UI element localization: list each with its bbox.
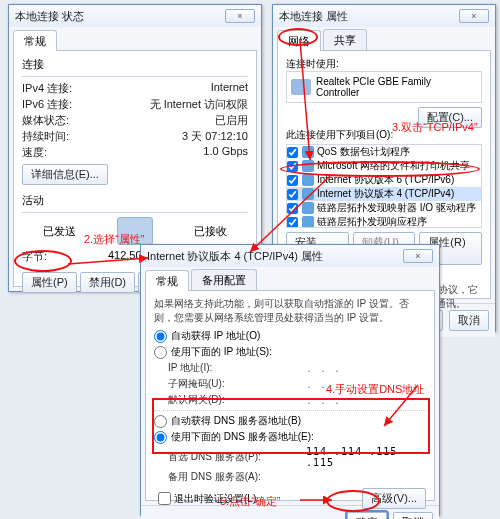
dur-value: 3 天 07:12:10 xyxy=(102,129,248,144)
adapter-name: Realtek PCIe GBE Family Controller xyxy=(316,76,477,98)
dns2-label: 备用 DNS 服务器(A): xyxy=(154,470,306,484)
auto-ip-label: 自动获得 IP 地址(O) xyxy=(171,329,260,343)
conn-title: 本地连接 属性 xyxy=(279,9,348,24)
manual-dns-label: 使用下面的 DNS 服务器地址(E): xyxy=(171,430,314,444)
dns1-label: 首选 DNS 服务器(P): xyxy=(154,450,306,464)
manual-ip-radio[interactable] xyxy=(154,346,167,359)
ipv4-cancel-button[interactable]: 取消 xyxy=(393,512,433,519)
protocol-icon xyxy=(302,160,314,172)
tab-general[interactable]: 常规 xyxy=(145,270,189,291)
list-item[interactable]: QoS 数据包计划程序 xyxy=(287,145,481,159)
list-item[interactable]: Microsoft 网络的文件和打印机共享 xyxy=(287,159,481,173)
protocol-icon xyxy=(302,188,314,200)
protocol-icon xyxy=(302,202,314,214)
checkbox[interactable] xyxy=(287,203,298,214)
recv-label: 已接收 xyxy=(194,224,227,239)
dns1-value[interactable]: 114 .114 .115 .115 xyxy=(306,446,426,468)
protocol-list: QoS 数据包计划程序 Microsoft 网络的文件和打印机共享 Intern… xyxy=(286,144,482,228)
validate-checkbox[interactable] xyxy=(158,492,171,505)
ipv4-title: Internet 协议版本 4 (TCP/IPv4) 属性 xyxy=(147,249,323,264)
close-icon[interactable]: × xyxy=(459,9,489,23)
ipv4-titlebar: Internet 协议版本 4 (TCP/IPv4) 属性 × xyxy=(141,245,439,267)
tab-sharing[interactable]: 共享 xyxy=(323,29,367,50)
ipv6-label: IPv6 连接: xyxy=(22,97,102,112)
list-item[interactable]: 链路层拓扑发现响应程序 xyxy=(287,215,481,228)
cancel-button[interactable]: 取消 xyxy=(449,310,489,331)
validate-label: 退出时验证设置(L) xyxy=(174,492,256,506)
sent-label: 已发送 xyxy=(43,224,76,239)
activity-heading: 活动 xyxy=(22,193,248,208)
properties-button[interactable]: 属性(P) xyxy=(22,272,77,293)
checkbox[interactable] xyxy=(287,217,298,228)
speed-label: 速度: xyxy=(22,145,102,160)
list-item-tcpipv4[interactable]: Internet 协议版本 4 (TCP/IPv4) xyxy=(287,187,481,201)
items-label: 此连接使用下列项目(O): xyxy=(286,128,482,142)
manual-ip-label: 使用下面的 IP 地址(S): xyxy=(171,345,272,359)
manual-dns-radio[interactable] xyxy=(154,431,167,444)
checkbox[interactable] xyxy=(287,189,298,200)
protocol-icon xyxy=(302,216,314,228)
ip-value: . . . xyxy=(306,363,426,374)
nic-icon xyxy=(291,79,311,95)
tab-general[interactable]: 常规 xyxy=(13,30,57,51)
checkbox[interactable] xyxy=(287,161,298,172)
protocol-icon xyxy=(302,146,314,158)
advanced-button[interactable]: 高级(V)... xyxy=(362,488,426,509)
disable-button[interactable]: 禁用(D) xyxy=(80,272,135,293)
mask-value: . . . xyxy=(306,379,426,390)
auto-dns-label: 自动获得 DNS 服务器地址(B) xyxy=(171,414,301,428)
conn-titlebar: 本地连接 属性 × xyxy=(273,5,495,27)
media-value: 已启用 xyxy=(102,113,248,128)
configure-button[interactable]: 配置(C)... xyxy=(418,107,482,128)
mask-label: 子网掩码(U): xyxy=(154,377,306,391)
ipv4-ok-button[interactable]: 确定 xyxy=(347,512,387,519)
tab-alternate[interactable]: 备用配置 xyxy=(191,269,257,290)
adapter-field: Realtek PCIe GBE Family Controller xyxy=(286,71,482,103)
gw-label: 默认网关(D): xyxy=(154,393,306,407)
list-item[interactable]: 链路层拓扑发现映射器 I/O 驱动程序 xyxy=(287,201,481,215)
gw-value: . . . xyxy=(306,395,426,406)
connection-heading: 连接 xyxy=(22,57,248,72)
status-titlebar: 本地连接 状态 × xyxy=(9,5,261,27)
protocol-icon xyxy=(302,174,314,186)
ipv4-value: Internet xyxy=(102,81,248,96)
details-button[interactable]: 详细信息(E)... xyxy=(22,164,108,185)
status-title: 本地连接 状态 xyxy=(15,9,84,24)
auto-ip-radio[interactable] xyxy=(154,330,167,343)
auto-dns-radio[interactable] xyxy=(154,415,167,428)
media-label: 媒体状态: xyxy=(22,113,102,128)
list-item[interactable]: Internet 协议版本 6 (TCP/IPv6) xyxy=(287,173,481,187)
ipv4-label: IPv4 连接: xyxy=(22,81,102,96)
ipv4-intro: 如果网络支持此功能，则可以获取自动指派的 IP 设置。否则，您需要从网络系统管理… xyxy=(154,297,426,325)
ipv6-value: 无 Internet 访问权限 xyxy=(102,97,248,112)
checkbox[interactable] xyxy=(287,175,298,186)
ip-label: IP 地址(I): xyxy=(154,361,306,375)
network-icon xyxy=(117,217,153,245)
connect-using-label: 连接时使用: xyxy=(286,57,482,71)
dur-label: 持续时间: xyxy=(22,129,102,144)
tab-network[interactable]: 网络 xyxy=(277,30,321,51)
close-icon[interactable]: × xyxy=(403,249,433,263)
speed-value: 1.0 Gbps xyxy=(102,145,248,160)
bytes-label: 字节: xyxy=(22,249,102,264)
close-icon[interactable]: × xyxy=(225,9,255,23)
checkbox[interactable] xyxy=(287,147,298,158)
